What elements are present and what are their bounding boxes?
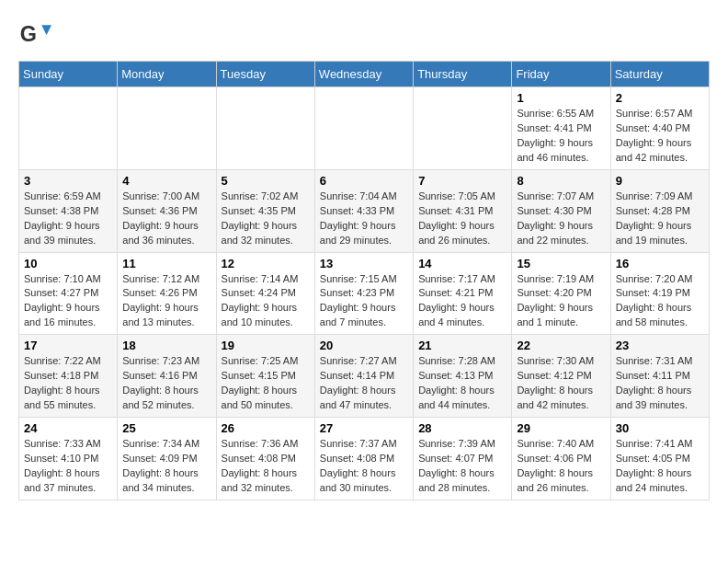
calendar-cell [216, 87, 314, 170]
calendar-table: SundayMondayTuesdayWednesdayThursdayFrid… [18, 61, 710, 500]
calendar-cell: 3Sunrise: 6:59 AM Sunset: 4:38 PM Daylig… [19, 169, 118, 252]
calendar-cell: 29Sunrise: 7:40 AM Sunset: 4:06 PM Dayli… [512, 418, 610, 500]
day-detail: Sunrise: 7:07 AM Sunset: 4:30 PM Dayligh… [517, 190, 605, 248]
day-number: 18 [122, 339, 210, 352]
calendar-cell [118, 87, 216, 170]
day-number: 5 [222, 174, 310, 188]
day-detail: Sunrise: 7:12 AM Sunset: 4:26 PM Dayligh… [122, 272, 210, 331]
day-detail: Sunrise: 7:05 AM Sunset: 4:31 PM Dayligh… [418, 190, 506, 248]
day-detail: Sunrise: 7:00 AM Sunset: 4:36 PM Dayligh… [122, 190, 210, 248]
svg-text:G: G [20, 22, 37, 46]
day-number: 14 [418, 257, 506, 270]
calendar-cell: 4Sunrise: 7:00 AM Sunset: 4:36 PM Daylig… [118, 169, 216, 252]
day-number: 23 [616, 339, 704, 352]
day-number: 4 [122, 174, 210, 188]
calendar-cell: 30Sunrise: 7:41 AM Sunset: 4:05 PM Dayli… [610, 418, 709, 500]
day-number: 22 [517, 339, 605, 352]
weekday-header: Friday [512, 62, 610, 87]
day-number: 11 [122, 257, 210, 270]
day-number: 25 [122, 421, 210, 435]
calendar-cell: 10Sunrise: 7:10 AM Sunset: 4:27 PM Dayli… [19, 252, 118, 335]
weekday-header: Saturday [610, 62, 709, 87]
day-detail: Sunrise: 7:14 AM Sunset: 4:24 PM Dayligh… [222, 272, 310, 331]
calendar-cell: 17Sunrise: 7:22 AM Sunset: 4:18 PM Dayli… [19, 335, 118, 418]
day-detail: Sunrise: 7:09 AM Sunset: 4:28 PM Dayligh… [616, 190, 704, 248]
day-detail: Sunrise: 7:31 AM Sunset: 4:11 PM Dayligh… [616, 354, 704, 413]
day-number: 3 [24, 174, 112, 188]
calendar-cell: 16Sunrise: 7:20 AM Sunset: 4:19 PM Dayli… [610, 252, 709, 335]
calendar-cell: 26Sunrise: 7:36 AM Sunset: 4:08 PM Dayli… [216, 418, 314, 500]
day-detail: Sunrise: 7:02 AM Sunset: 4:35 PM Dayligh… [222, 190, 310, 248]
day-number: 9 [616, 174, 704, 188]
day-number: 30 [616, 421, 704, 435]
day-detail: Sunrise: 7:22 AM Sunset: 4:18 PM Dayligh… [24, 354, 112, 413]
calendar-cell: 14Sunrise: 7:17 AM Sunset: 4:21 PM Dayli… [414, 252, 512, 335]
day-number: 28 [418, 421, 506, 435]
day-number: 8 [517, 174, 605, 188]
calendar-week-row: 10Sunrise: 7:10 AM Sunset: 4:27 PM Dayli… [19, 252, 710, 335]
day-number: 24 [24, 421, 112, 435]
calendar-cell [414, 87, 512, 170]
calendar-cell: 5Sunrise: 7:02 AM Sunset: 4:35 PM Daylig… [216, 169, 314, 252]
calendar-cell: 27Sunrise: 7:37 AM Sunset: 4:08 PM Dayli… [314, 418, 413, 500]
calendar-week-row: 24Sunrise: 7:33 AM Sunset: 4:10 PM Dayli… [19, 418, 710, 500]
calendar-cell: 25Sunrise: 7:34 AM Sunset: 4:09 PM Dayli… [118, 418, 216, 500]
calendar-cell: 6Sunrise: 7:04 AM Sunset: 4:33 PM Daylig… [314, 169, 413, 252]
day-number: 16 [616, 257, 704, 270]
day-number: 17 [24, 339, 112, 352]
calendar-cell: 12Sunrise: 7:14 AM Sunset: 4:24 PM Dayli… [216, 252, 314, 335]
day-number: 1 [517, 91, 605, 105]
weekday-header: Sunday [19, 62, 118, 87]
day-number: 2 [616, 91, 704, 105]
day-detail: Sunrise: 7:39 AM Sunset: 4:07 PM Dayligh… [418, 437, 506, 496]
logo-icon: G [18, 18, 51, 52]
day-number: 27 [320, 421, 408, 435]
calendar-cell: 7Sunrise: 7:05 AM Sunset: 4:31 PM Daylig… [414, 169, 512, 252]
weekday-header: Monday [118, 62, 216, 87]
calendar-cell: 28Sunrise: 7:39 AM Sunset: 4:07 PM Dayli… [414, 418, 512, 500]
calendar-cell: 22Sunrise: 7:30 AM Sunset: 4:12 PM Dayli… [512, 335, 610, 418]
day-detail: Sunrise: 7:37 AM Sunset: 4:08 PM Dayligh… [320, 437, 408, 496]
day-detail: Sunrise: 7:25 AM Sunset: 4:15 PM Dayligh… [222, 354, 310, 413]
day-detail: Sunrise: 7:34 AM Sunset: 4:09 PM Dayligh… [122, 437, 210, 496]
weekday-header: Tuesday [216, 62, 314, 87]
day-detail: Sunrise: 7:28 AM Sunset: 4:13 PM Dayligh… [418, 354, 506, 413]
calendar-cell: 11Sunrise: 7:12 AM Sunset: 4:26 PM Dayli… [118, 252, 216, 335]
day-detail: Sunrise: 7:30 AM Sunset: 4:12 PM Dayligh… [517, 354, 605, 413]
day-detail: Sunrise: 6:59 AM Sunset: 4:38 PM Dayligh… [24, 190, 112, 248]
day-detail: Sunrise: 7:04 AM Sunset: 4:33 PM Dayligh… [320, 190, 408, 248]
day-detail: Sunrise: 7:20 AM Sunset: 4:19 PM Dayligh… [616, 272, 704, 331]
calendar-cell: 21Sunrise: 7:28 AM Sunset: 4:13 PM Dayli… [414, 335, 512, 418]
calendar-cell: 9Sunrise: 7:09 AM Sunset: 4:28 PM Daylig… [610, 169, 709, 252]
calendar-cell: 15Sunrise: 7:19 AM Sunset: 4:20 PM Dayli… [512, 252, 610, 335]
svg-marker-1 [41, 25, 51, 35]
calendar-cell [314, 87, 413, 170]
day-detail: Sunrise: 7:41 AM Sunset: 4:05 PM Dayligh… [616, 437, 704, 496]
day-number: 13 [320, 257, 408, 270]
weekday-header: Wednesday [314, 62, 413, 87]
calendar-week-row: 17Sunrise: 7:22 AM Sunset: 4:18 PM Dayli… [19, 335, 710, 418]
calendar-cell: 13Sunrise: 7:15 AM Sunset: 4:23 PM Dayli… [314, 252, 413, 335]
calendar-cell: 18Sunrise: 7:23 AM Sunset: 4:16 PM Dayli… [118, 335, 216, 418]
day-detail: Sunrise: 7:36 AM Sunset: 4:08 PM Dayligh… [222, 437, 310, 496]
day-detail: Sunrise: 7:15 AM Sunset: 4:23 PM Dayligh… [320, 272, 408, 331]
calendar-cell: 24Sunrise: 7:33 AM Sunset: 4:10 PM Dayli… [19, 418, 118, 500]
day-number: 7 [418, 174, 506, 188]
day-number: 6 [320, 174, 408, 188]
day-number: 29 [517, 421, 605, 435]
day-detail: Sunrise: 7:19 AM Sunset: 4:20 PM Dayligh… [517, 272, 605, 331]
day-number: 10 [24, 257, 112, 270]
day-detail: Sunrise: 7:27 AM Sunset: 4:14 PM Dayligh… [320, 354, 408, 413]
day-detail: Sunrise: 7:40 AM Sunset: 4:06 PM Dayligh… [517, 437, 605, 496]
day-number: 21 [418, 339, 506, 352]
calendar-cell: 19Sunrise: 7:25 AM Sunset: 4:15 PM Dayli… [216, 335, 314, 418]
page-header: G [18, 18, 710, 52]
day-detail: Sunrise: 7:10 AM Sunset: 4:27 PM Dayligh… [24, 272, 112, 331]
calendar-cell: 2Sunrise: 6:57 AM Sunset: 4:40 PM Daylig… [610, 87, 709, 170]
calendar-cell: 1Sunrise: 6:55 AM Sunset: 4:41 PM Daylig… [512, 87, 610, 170]
day-number: 19 [222, 339, 310, 352]
day-detail: Sunrise: 7:33 AM Sunset: 4:10 PM Dayligh… [24, 437, 112, 496]
calendar-week-row: 3Sunrise: 6:59 AM Sunset: 4:38 PM Daylig… [19, 169, 710, 252]
day-detail: Sunrise: 7:23 AM Sunset: 4:16 PM Dayligh… [122, 354, 210, 413]
calendar-header-row: SundayMondayTuesdayWednesdayThursdayFrid… [19, 62, 710, 87]
